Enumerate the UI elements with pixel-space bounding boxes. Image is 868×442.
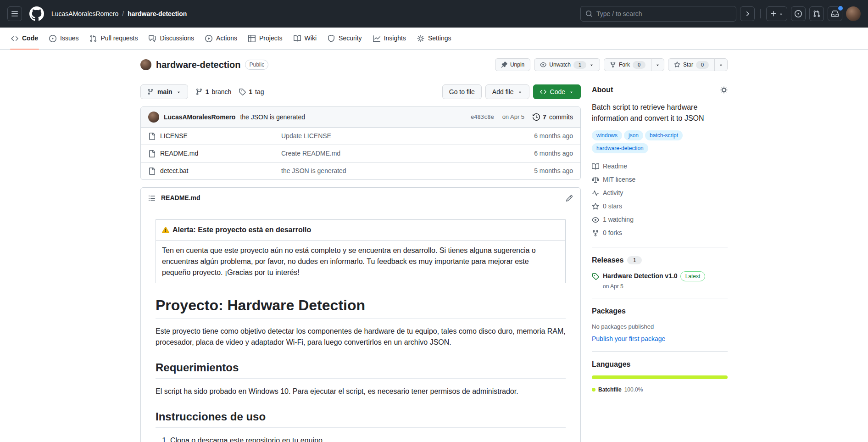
toolbar-actions: Go to file Add file Code [442,84,581,99]
file-age: 6 months ago [509,131,573,141]
tab-issues[interactable]: Issues [45,28,82,49]
projects-table-icon [248,35,256,42]
file-row[interactable]: LICENSE Update LICENSE 6 months ago [141,127,580,145]
star-button[interactable]: Star 0 [668,58,715,71]
file-icon [148,133,156,140]
search-placeholder: Type / to search [596,9,642,19]
edit-about-button[interactable] [720,86,728,94]
code-icon [540,89,546,95]
file-name[interactable]: LICENSE [160,131,188,141]
breadcrumb-repo[interactable]: hardware-detection [128,9,187,19]
warning-icon [162,226,169,234]
readme-heading-3: Instrucciones de uso [156,410,566,428]
repo-owner-avatar[interactable] [140,59,151,70]
file-name[interactable]: detect.bat [160,166,189,176]
file-row[interactable]: detect.bat the JSON is generated 5 month… [141,162,580,179]
releases-title: Releases [592,255,623,266]
tab-code[interactable]: Code [7,28,42,49]
tab-discussions[interactable]: Discussions [145,28,198,49]
tags-link[interactable]: 1 tag [239,87,264,97]
file-commit-message[interactable]: Create README.md [281,149,509,158]
fork-button-group: Fork 0 [604,58,664,71]
fork-button[interactable]: Fork 0 [604,58,651,71]
activity-link[interactable]: Activity [592,186,728,200]
repo-actions: Unpin Unwatch 1 Fork 0 [495,58,728,71]
branch-toolbar: main 1 branch 1 tag Go to [140,84,581,99]
packages-section-header: Packages [592,306,728,317]
add-file-button[interactable]: Add file [485,84,529,99]
tab-settings[interactable]: Settings [413,28,455,49]
hamburger-icon [11,10,18,17]
go-to-file-button[interactable]: Go to file [442,84,482,99]
release-item[interactable]: Hardware Detection v1.0Latest on Apr 5 [592,271,728,291]
breadcrumb-owner[interactable]: LucasAMoralesRomero [51,9,118,19]
repo-meta-list: Readme MIT license Activity 0 stars 1 wa… [592,160,728,240]
github-logo[interactable] [29,6,44,21]
file-age: 6 months ago [509,149,573,158]
repo-forked-icon [610,62,616,68]
tag-icon [592,273,599,280]
license-link[interactable]: MIT license [592,173,728,186]
stars-link[interactable]: 0 stars [592,200,728,213]
commit-author-avatar[interactable] [148,112,159,123]
file-row[interactable]: README.md Create README.md 6 months ago [141,145,580,162]
pull-requests-global-button[interactable] [809,6,824,21]
fork-dropdown-button[interactable] [651,58,664,71]
hamburger-menu-button[interactable] [7,6,22,21]
issues-global-button[interactable] [791,6,806,21]
forks-link[interactable]: 0 forks [592,226,728,240]
create-new-button[interactable] [766,6,787,21]
caret-down-icon [517,90,523,95]
tab-pull-requests[interactable]: Pull requests [86,28,141,49]
topic-tag[interactable]: windows [592,130,622,140]
branch-selector-button[interactable]: main [140,84,188,99]
commit-date: on Apr 5 [502,112,524,122]
unpin-button[interactable]: Unpin [495,58,530,71]
caret-down-icon [779,11,784,17]
watch-count: 1 [573,61,586,69]
topic-tag[interactable]: batch-script [645,130,683,140]
edit-readme-button[interactable] [566,195,573,202]
readme-header: README.md [141,188,580,208]
watchers-link[interactable]: 1 watching [592,213,728,226]
star-dropdown-button[interactable] [714,58,728,71]
commit-history-link[interactable]: 7 commits [533,112,573,122]
tab-actions[interactable]: Actions [201,28,241,49]
star-icon [592,203,599,210]
tab-insights[interactable]: Insights [369,28,410,49]
repo-title-link[interactable]: hardware-detection [156,60,240,70]
publish-package-link[interactable]: Publish your first package [592,335,665,342]
readme-container: README.md Alerta: Este proyecto [140,187,581,442]
tab-security[interactable]: Security [324,28,366,49]
topic-tag[interactable]: json [624,130,643,140]
tab-wiki[interactable]: Wiki [290,28,320,49]
pencil-icon [566,195,573,202]
code-download-button[interactable]: Code [533,84,581,99]
user-avatar[interactable] [846,6,861,21]
latest-badge: Latest [680,271,706,281]
topic-tag[interactable]: hardware-detection [592,143,648,153]
file-name[interactable]: README.md [160,149,198,158]
command-palette-button[interactable] [740,6,755,21]
caret-down-icon [176,90,181,95]
language-item[interactable]: Batchfile 100.0% [592,386,643,394]
commit-message[interactable]: the JSON is generated [240,112,305,122]
git-pull-request-icon [89,35,97,42]
notifications-button[interactable] [828,6,842,21]
repo-tab-nav: Code Issues Pull requests Discussions Ac… [0,28,868,50]
header-actions: Type / to search [580,6,861,22]
file-commit-message[interactable]: Update LICENSE [281,131,509,141]
about-section-header: About [592,84,728,95]
branches-link[interactable]: 1 branch [195,87,232,97]
readme-link[interactable]: Readme [592,160,728,173]
commit-sha[interactable]: e483c8e [471,113,494,121]
tab-projects[interactable]: Projects [245,28,286,49]
readme-heading-1: Proyecto: Hardware Detection [156,296,566,319]
unwatch-button[interactable]: Unwatch 1 [534,58,600,71]
file-age: 5 months ago [509,166,573,176]
search-input[interactable]: Type / to search [580,6,736,22]
readme-outline-button[interactable] [148,195,156,202]
commit-author[interactable]: LucasAMoralesRomero [164,112,235,122]
breadcrumb-separator: / [122,9,124,19]
file-commit-message[interactable]: the JSON is generated [281,166,509,176]
